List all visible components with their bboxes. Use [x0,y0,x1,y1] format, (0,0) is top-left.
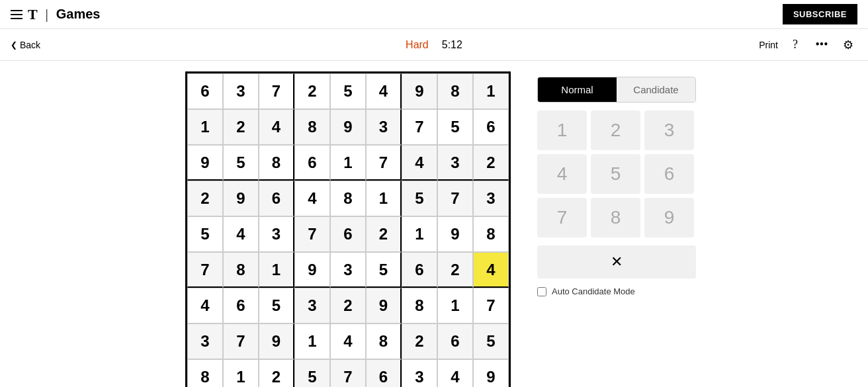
sudoku-cell[interactable]: 5 [366,252,402,288]
sudoku-cell[interactable]: 5 [473,323,509,359]
sudoku-cell[interactable]: 7 [294,216,330,252]
sudoku-cell[interactable]: 1 [223,359,259,387]
numpad-button-1[interactable]: 1 [537,110,587,150]
sudoku-cell[interactable]: 8 [187,359,223,387]
sudoku-cell[interactable]: 2 [366,216,402,252]
sudoku-cell[interactable]: 3 [366,109,402,145]
sudoku-cell[interactable]: 4 [223,216,259,252]
numpad-button-5[interactable]: 5 [591,154,640,194]
sudoku-cell[interactable]: 5 [294,359,330,387]
numpad-button-7[interactable]: 7 [537,198,587,237]
sudoku-cell[interactable]: 6 [187,73,223,109]
sudoku-cell[interactable]: 2 [473,145,509,181]
sudoku-cell[interactable]: 1 [259,252,294,288]
sudoku-cell[interactable]: 8 [223,252,259,288]
sudoku-cell[interactable]: 2 [437,252,473,288]
sudoku-cell[interactable]: 4 [294,181,330,216]
numpad-button-3[interactable]: 3 [644,110,694,150]
sudoku-cell[interactable]: 2 [330,288,366,323]
sudoku-cell[interactable]: 3 [259,216,294,252]
sudoku-cell[interactable]: 9 [187,145,223,181]
sudoku-cell[interactable]: 7 [366,145,402,181]
sudoku-cell[interactable]: 6 [402,252,437,288]
sudoku-cell[interactable]: 6 [473,109,509,145]
numpad-button-6[interactable]: 6 [644,154,694,194]
sudoku-cell[interactable]: 7 [402,109,437,145]
sudoku-cell[interactable]: 2 [223,109,259,145]
numpad-button-9[interactable]: 9 [644,198,694,237]
sudoku-cell[interactable]: 5 [437,109,473,145]
subscribe-button[interactable]: SUBSCRIBE [783,4,857,24]
settings-icon[interactable]: ⚙ [839,36,857,54]
sudoku-cell[interactable]: 1 [366,181,402,216]
sudoku-cell[interactable]: 7 [259,73,294,109]
sudoku-cell[interactable]: 3 [330,252,366,288]
sudoku-cell[interactable]: 4 [402,145,437,181]
sudoku-cell[interactable]: 9 [366,288,402,323]
sudoku-cell[interactable]: 1 [294,323,330,359]
sudoku-cell[interactable]: 3 [294,288,330,323]
sudoku-cell[interactable]: 7 [330,359,366,387]
sudoku-cell[interactable]: 5 [187,216,223,252]
candidate-mode-button[interactable]: Candidate [617,77,695,102]
sudoku-cell[interactable]: 1 [437,288,473,323]
sudoku-cell[interactable]: 6 [330,216,366,252]
sudoku-cell[interactable]: 7 [437,181,473,216]
sudoku-cell[interactable]: 8 [437,73,473,109]
sudoku-cell[interactable]: 9 [330,109,366,145]
delete-button[interactable]: ✕ [537,245,696,279]
sudoku-cell[interactable]: 6 [294,145,330,181]
sudoku-cell[interactable]: 1 [330,145,366,181]
sudoku-cell[interactable]: 5 [259,288,294,323]
sudoku-cell[interactable]: 6 [259,181,294,216]
sudoku-cell[interactable]: 8 [294,109,330,145]
numpad-button-8[interactable]: 8 [591,198,640,237]
sudoku-cell[interactable]: 6 [223,288,259,323]
sudoku-cell[interactable]: 1 [187,109,223,145]
sudoku-cell[interactable]: 2 [187,181,223,216]
sudoku-cell[interactable]: 5 [330,73,366,109]
sudoku-cell[interactable]: 9 [437,216,473,252]
sudoku-cell[interactable]: 4 [259,109,294,145]
hamburger-icon[interactable] [11,10,22,19]
sudoku-cell[interactable]: 6 [437,323,473,359]
sudoku-cell[interactable]: 7 [187,252,223,288]
sudoku-cell[interactable]: 4 [437,359,473,387]
sudoku-cell[interactable]: 3 [402,359,437,387]
sudoku-cell[interactable]: 8 [259,145,294,181]
sudoku-cell[interactable]: 9 [294,252,330,288]
sudoku-cell[interactable]: 9 [223,181,259,216]
sudoku-cell[interactable]: 2 [402,323,437,359]
sudoku-cell[interactable]: 7 [223,323,259,359]
sudoku-cell[interactable]: 8 [366,323,402,359]
sudoku-cell[interactable]: 1 [473,73,509,109]
sudoku-cell[interactable]: 1 [402,216,437,252]
auto-candidate-checkbox[interactable] [537,287,546,296]
print-button[interactable]: Print [759,40,778,50]
sudoku-cell[interactable]: 9 [259,323,294,359]
sudoku-cell[interactable]: 2 [294,73,330,109]
sudoku-cell[interactable]: 4 [473,252,509,288]
sudoku-cell[interactable]: 3 [223,73,259,109]
sudoku-cell[interactable]: 9 [473,359,509,387]
sudoku-cell[interactable]: 3 [473,181,509,216]
sudoku-cell[interactable]: 7 [473,288,509,323]
sudoku-cell[interactable]: 3 [437,145,473,181]
numpad-button-4[interactable]: 4 [537,154,587,194]
sudoku-cell[interactable]: 4 [187,288,223,323]
sudoku-cell[interactable]: 8 [330,181,366,216]
normal-mode-button[interactable]: Normal [538,77,617,102]
sudoku-cell[interactable]: 8 [402,288,437,323]
sudoku-cell[interactable]: 4 [330,323,366,359]
numpad-button-2[interactable]: 2 [591,110,640,150]
sudoku-cell[interactable]: 8 [473,216,509,252]
help-icon[interactable]: ? [786,36,804,54]
back-button[interactable]: ❮ Back [11,40,40,50]
sudoku-cell[interactable]: 2 [259,359,294,387]
sudoku-cell[interactable]: 6 [366,359,402,387]
sudoku-cell[interactable]: 4 [366,73,402,109]
sudoku-cell[interactable]: 5 [402,181,437,216]
sudoku-cell[interactable]: 3 [187,323,223,359]
sudoku-cell[interactable]: 9 [402,73,437,109]
more-icon[interactable]: ••• [812,36,831,54]
